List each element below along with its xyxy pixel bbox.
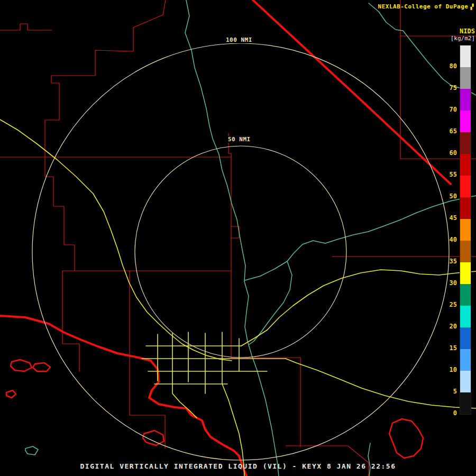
range-rings (32, 43, 449, 460)
colorbar-tick-70: 70 (441, 106, 457, 113)
colorbar-tick-15: 15 (441, 344, 457, 352)
colorbar-segment-40-45 (460, 219, 471, 241)
colorbar-segment-65-70 (460, 111, 471, 132)
colorbar-tick-55: 55 (441, 171, 457, 178)
islands-line (33, 363, 50, 371)
islands-line (389, 419, 423, 458)
colorbar-segment-35-40 (460, 241, 471, 262)
product-caption: DIGITAL VERTICALLY INTEGRATED LIQUID (VI… (0, 462, 476, 470)
layer-rivers (25, 0, 476, 476)
scale-title: NIDS (436, 28, 475, 35)
vil-colorbar (460, 45, 471, 415)
colorbar-segment-80-85 (460, 45, 471, 67)
range-ring-label-50nmi: 50 NMI (226, 136, 252, 143)
colorbar-segment-15-20 (460, 327, 471, 349)
colorbar-tick-65: 65 (441, 127, 457, 135)
layer-county-borders (0, 0, 476, 476)
county-borders-line (231, 226, 239, 238)
rivers-line (25, 446, 38, 455)
layer-islands (6, 360, 423, 458)
colorbar-tick-25: 25 (441, 301, 457, 308)
colorbar-tick-75: 75 (441, 84, 457, 91)
attribution: NEXLAB-College of DuPage▞ (378, 3, 474, 10)
radar-map (0, 0, 476, 476)
colorbar-segment-30-35 (460, 262, 471, 284)
county-borders-line (45, 0, 166, 157)
colorbar-tick-10: 10 (441, 366, 457, 373)
rivers-line (249, 261, 292, 345)
highways-line (241, 330, 267, 346)
colorbar-segment-25-30 (460, 284, 471, 306)
islands-line (11, 360, 32, 371)
layer-state-borders (0, 0, 451, 476)
colorbar-tick-45: 45 (441, 214, 457, 222)
colorbar-segment-75-80 (460, 67, 471, 89)
colorbar-tick-5: 5 (441, 388, 457, 395)
colorbar-segment-50-55 (460, 176, 471, 197)
colorbar-tick-80: 80 (441, 62, 457, 70)
colorbar-tick-30: 30 (441, 279, 457, 287)
colorbar-segment-70-75 (460, 89, 471, 111)
colorbar-tick-40: 40 (441, 236, 457, 243)
colorbar-segment-60-65 (460, 132, 471, 154)
islands-line (6, 390, 16, 398)
colorbar-segment-20-25 (460, 306, 471, 327)
colorbar-segment-10-15 (460, 349, 471, 371)
colorbar-segment-5-10 (460, 371, 471, 392)
colorbar-tick-50: 50 (441, 193, 457, 200)
islands-line (143, 431, 164, 445)
range-ring-label-100nmi: 100 NMI (224, 36, 254, 43)
range-ring (135, 146, 346, 358)
county-borders-line (0, 24, 52, 30)
colorbar-segments (460, 45, 471, 414)
range-ring (32, 43, 449, 460)
colorbar-tick-35: 35 (441, 258, 457, 265)
state-borders-line (253, 0, 451, 184)
layer-highways (0, 120, 476, 476)
attribution-text: NEXLAB-College of DuPage (378, 3, 469, 10)
radar-display: 100 NMI 50 NMI NEXLAB-College of DuPage▞… (0, 0, 476, 476)
colorbar-segment-45-50 (460, 197, 471, 219)
county-borders-line (228, 133, 231, 358)
colorbar-tick-20: 20 (441, 323, 457, 330)
colorbar-tick-60: 60 (441, 149, 457, 157)
county-borders-line (286, 446, 369, 476)
county-borders-line (45, 157, 79, 371)
colorbar-tick-0: 0 (441, 409, 457, 417)
nexlab-logo-icon: ▞ (470, 4, 474, 10)
scale-units: [kg/m2] (436, 35, 475, 42)
colorbar-segment-55-60 (460, 154, 471, 176)
colorbar-segment-0-5 (460, 392, 471, 414)
colorbar-header: NIDS [kg/m2] (436, 28, 475, 42)
